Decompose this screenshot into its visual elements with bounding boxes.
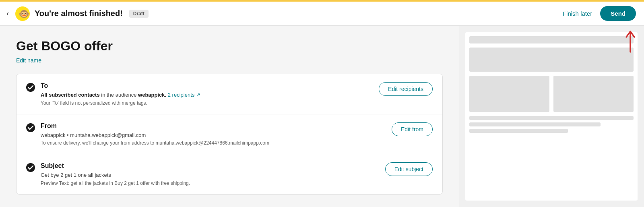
right-preview-panel (459, 26, 644, 207)
from-label: From (41, 122, 269, 130)
from-note: To ensure delivery, we'll change your fr… (41, 140, 269, 146)
svg-point-4 (26, 163, 35, 172)
edit-from-button[interactable]: Edit from (392, 122, 433, 136)
subject-row-left: Subject Get bye 2 get 1 one all jackets … (26, 162, 190, 186)
from-row-left: From webappick • muntaha.webappick@gmail… (26, 122, 269, 146)
preview-col-left (469, 76, 549, 112)
to-label: To (41, 82, 200, 89)
preview-line-1 (469, 116, 634, 120)
from-check-icon (26, 123, 35, 132)
svg-text:🐵: 🐵 (19, 8, 30, 19)
subject-text: Get bye 2 get 1 one all jackets (41, 172, 111, 178)
email-preview-mockup (465, 32, 638, 201)
subject-row-content: Subject Get bye 2 get 1 one all jackets … (41, 162, 190, 186)
preview-line-2 (469, 122, 601, 126)
to-recipients-link[interactable]: 2 recipients ↗ (168, 91, 200, 99)
to-row-content: To All subscribed contacts in the audien… (41, 82, 200, 106)
subject-row: Subject Get bye 2 get 1 one all jackets … (17, 154, 442, 194)
main-layout: Get BOGO offer Edit name To All subscrib… (0, 26, 644, 207)
checklist-card: To All subscribed contacts in the audien… (16, 74, 443, 195)
ensure-delivery-link[interactable]: ensure delivery (47, 140, 79, 146)
header-right: Finish later Send (563, 6, 636, 21)
to-check-icon (26, 83, 35, 92)
to-row-left: To All subscribed contacts in the audien… (26, 82, 200, 106)
subject-row-action: Edit subject (385, 162, 433, 176)
to-note: Your 'To' field is not personalized with… (41, 100, 200, 106)
header-left: ‹ 🐵 You're almost finished! Draft (6, 6, 149, 21)
preview-col-right (553, 76, 634, 112)
from-detail: webappick • muntaha.webappick@gmail.com (41, 131, 269, 139)
left-content: Get BOGO offer Edit name To All subscrib… (0, 26, 459, 207)
send-button[interactable]: Send (600, 6, 636, 21)
to-contacts-bold: All subscribed contacts (41, 92, 100, 98)
edit-name-link[interactable]: Edit name (16, 57, 41, 64)
subject-detail: Get bye 2 get 1 one all jackets (41, 171, 190, 179)
finish-later-button[interactable]: Finish later (563, 10, 592, 17)
edit-recipients-button[interactable]: Edit recipients (379, 82, 433, 96)
preview-line-3 (469, 129, 568, 133)
preview-header-block (469, 48, 634, 72)
preview-two-col (469, 76, 634, 112)
from-name: webappick (41, 132, 65, 138)
to-audience-bold: webappick. (138, 92, 166, 98)
header: ‹ 🐵 You're almost finished! Draft Finish… (0, 2, 644, 26)
from-row: From webappick • muntaha.webappick@gmail… (17, 114, 442, 155)
preview-lines (469, 116, 634, 133)
to-detail: All subscribed contacts in the audience … (41, 91, 200, 99)
from-row-content: From webappick • muntaha.webappick@gmail… (41, 122, 269, 146)
red-arrow-indicator (625, 30, 636, 56)
draft-badge: Draft (129, 10, 149, 18)
svg-point-2 (26, 83, 35, 92)
subject-check-icon (26, 163, 35, 172)
svg-point-3 (26, 123, 35, 132)
from-separator: • (67, 132, 70, 138)
subject-label: Subject (41, 162, 190, 170)
to-row: To All subscribed contacts in the audien… (17, 74, 442, 114)
to-detail-text: in the audience (101, 92, 138, 98)
back-arrow-icon[interactable]: ‹ (6, 9, 9, 18)
mailchimp-logo: 🐵 (15, 6, 30, 21)
from-email: muntaha.webappick@gmail.com (70, 132, 146, 138)
from-row-action: Edit from (392, 122, 433, 136)
to-row-action: Edit recipients (379, 82, 433, 96)
preview-top-bar (469, 36, 634, 43)
subject-note: Preview Text: get all the jackets in Buy… (41, 180, 190, 186)
campaign-title: Get BOGO offer (16, 39, 443, 54)
edit-subject-button[interactable]: Edit subject (385, 162, 433, 176)
header-title: You're almost finished! (35, 9, 123, 18)
